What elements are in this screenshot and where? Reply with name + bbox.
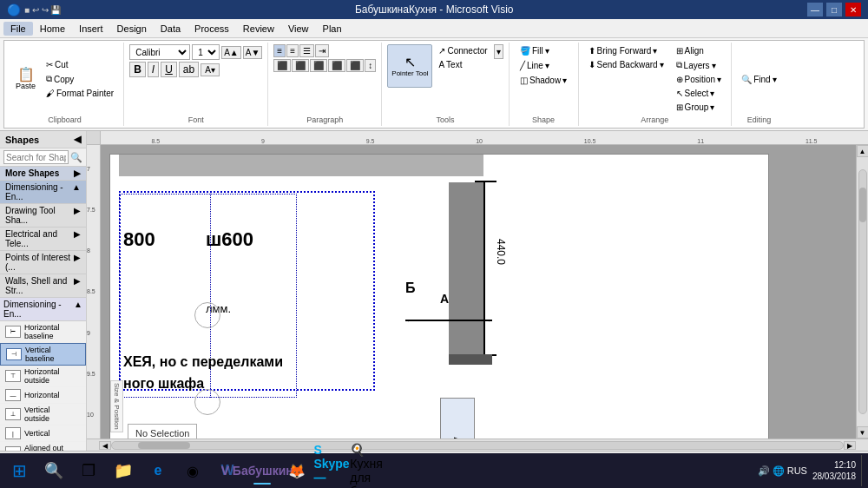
window-controls: — □ ✕ — [807, 3, 861, 16]
no-selection-box: No Selection — [128, 424, 197, 439]
align-dist-button[interactable]: ⬛ — [346, 59, 364, 72]
tools-dropdown-button[interactable]: ▾ — [494, 44, 503, 59]
shape-item-vertical-baseline[interactable]: ⊣ Verticalbaseline — [0, 343, 86, 366]
shapes-panel: Shapes ◀ 🔍 More Shapes ▶ Dimensioning - … — [0, 131, 87, 451]
vscroll-track — [858, 169, 867, 414]
indent-button[interactable]: ⇥ — [315, 44, 329, 57]
task-view-button[interactable]: ❐ — [73, 455, 104, 486]
shape-item-horizontal-outside[interactable]: ⊤ Horizontaloutside — [0, 366, 86, 387]
bold-button[interactable]: B — [129, 62, 146, 77]
menu-view[interactable]: View — [281, 22, 316, 36]
taskbar-explorer[interactable]: 📁 — [108, 455, 139, 486]
search-icon[interactable]: 🔍 — [70, 152, 82, 163]
menu-file[interactable]: File — [3, 22, 33, 36]
list-button[interactable]: ☰ — [299, 44, 314, 57]
pointer-tool-button[interactable]: ↖ Pointer Tool — [387, 44, 432, 88]
cut-button[interactable]: ✂ Cut — [42, 58, 118, 71]
taskbar-skype[interactable]: S Skype—ма... — [316, 455, 347, 486]
hscroll-right-button[interactable]: ▶ — [844, 441, 856, 450]
layers-button[interactable]: ⧉ Layers▾ — [672, 58, 727, 72]
shapes-collapse-icon[interactable]: ◀ — [74, 134, 81, 145]
menu-home[interactable]: Home — [33, 22, 72, 36]
menu-plan[interactable]: Plan — [316, 22, 349, 36]
select-button[interactable]: ↖ Select▾ — [672, 87, 727, 100]
taskbar-kitchen[interactable]: 🍳 Кухня для б... — [351, 455, 382, 486]
fill-button[interactable]: 🪣 Fill▾ — [516, 44, 571, 57]
hscroll-thumb[interactable] — [138, 442, 190, 449]
shapes-category-more[interactable]: More Shapes ▶ — [0, 167, 86, 181]
close-button[interactable]: ✕ — [845, 3, 861, 16]
shape-item-aligned-out-even[interactable]: ⋯ Aligned outeven — [0, 442, 86, 451]
align-left-button[interactable]: ⬛ — [273, 59, 291, 72]
taskbar-edge[interactable]: e — [142, 455, 174, 486]
shape-item-horizontal[interactable]: — Horizontal — [0, 387, 86, 404]
menu-process[interactable]: Process — [187, 22, 236, 36]
find-button[interactable]: 🔍 Find▾ — [737, 73, 780, 86]
align-justify-button[interactable]: ⬛ — [328, 59, 345, 72]
shape-item-vertical[interactable]: | Vertical — [0, 425, 86, 442]
taskbar-firefox[interactable]: 🦊 — [281, 455, 312, 486]
shape-item-vertical-outside[interactable]: ⊥ Verticaloutside — [0, 404, 86, 425]
line-spacing-button[interactable]: ↕ — [365, 59, 376, 72]
menu-design[interactable]: Design — [110, 22, 154, 36]
taskbar-datetime[interactable]: 12:10 28/03/2018 — [812, 459, 856, 482]
shapes-search-input[interactable] — [3, 150, 69, 164]
shapes-category-electrical[interactable]: Electrical and Tele... ▶ — [0, 228, 86, 251]
align-center-button[interactable]: ⬛ — [292, 59, 309, 72]
minimize-button[interactable]: — — [807, 3, 823, 16]
send-backward-button[interactable]: ⬇ Send Backward▾ — [584, 58, 668, 71]
line-button[interactable]: ╱ Line▾ — [516, 59, 571, 72]
arrange-col2: ⊞ Align ⧉ Layers▾ ⊕ Position▾ ↖ Select▾ — [672, 44, 727, 114]
shadow-icon: ◫ — [520, 76, 528, 85]
shapes-category-dimensioning[interactable]: Dimensioning - En... ▲ — [0, 181, 86, 204]
show-desktop-button[interactable] — [861, 455, 865, 486]
vscroll-thumb[interactable] — [859, 188, 866, 222]
vscroll-down-button[interactable]: ▼ — [857, 426, 869, 439]
menu-review[interactable]: Review — [236, 22, 281, 36]
align-button[interactable]: ⊞ Align — [672, 44, 727, 57]
group-button[interactable]: ⊞ Group▾ — [672, 101, 727, 114]
dim-vertical-line — [483, 181, 485, 354]
shape-item-horizontal-baseline[interactable]: ⊢ Horizontalbaseline — [0, 321, 86, 343]
bring-forward-button[interactable]: ⬆ Bring Forward▾ — [584, 44, 668, 57]
canvas[interactable]: 800 ш600 лмм. 440.0 — [101, 145, 856, 439]
font-grow-button[interactable]: A▲ — [221, 46, 241, 59]
start-button[interactable]: ⊞ — [3, 455, 35, 486]
shapes-category-walls[interactable]: Walls, Shell and Str... ▶ — [0, 274, 86, 298]
tools-buttons: ↖ Pointer Tool ↗ Connector A Text ▾ — [387, 44, 503, 114]
font-size-select[interactable]: 12pt — [192, 44, 220, 60]
vscroll-up-button[interactable]: ▲ — [857, 145, 869, 157]
font-shrink-button[interactable]: A▼ — [243, 46, 263, 59]
hscroll-left-button[interactable]: ◀ — [99, 441, 111, 450]
maximize-button[interactable]: □ — [826, 3, 842, 16]
strikethrough-button[interactable]: ab — [179, 62, 199, 77]
connector-button[interactable]: ↗ Connector — [434, 44, 491, 57]
italic-button[interactable]: I — [148, 62, 159, 77]
ribbon-content: 📋 Paste ✂ Cut ⧉ Copy 🖌 Format Painter — [3, 40, 865, 129]
position-button[interactable]: ⊕ Position▾ — [672, 73, 727, 86]
taskbar-chrome[interactable]: ◉ — [177, 455, 208, 486]
shadow-button[interactable]: ◫ Shadow▾ — [516, 74, 571, 87]
editing-controls: 🔍 Find▾ — [737, 44, 780, 114]
search-button[interactable]: 🔍 — [38, 455, 69, 486]
align-top-left-button[interactable]: ≡ — [273, 44, 286, 57]
font-color-button[interactable]: A▾ — [201, 63, 220, 76]
align-top-center-button[interactable]: ≡ — [286, 44, 299, 57]
font-name-select[interactable]: Calibri — [129, 44, 190, 60]
text-tool-button[interactable]: A Text — [434, 58, 491, 71]
underline-button[interactable]: U — [161, 62, 177, 77]
paste-button[interactable]: 📋 Paste — [11, 57, 40, 101]
taskbar-right: 🔊 🌐 RUS 12:10 28/03/2018 — [758, 455, 865, 486]
canvas-body: 7 7.5 8 8.5 9 9.5 10 800 — [87, 145, 868, 439]
cut-icon: ✂ — [46, 60, 53, 69]
shapes-category-points[interactable]: Points of Interest (... ▶ — [0, 251, 86, 274]
menu-insert[interactable]: Insert — [72, 22, 110, 36]
taskbar: ⊞ 🔍 ❐ 📁 e ◉ W V Бабушкин... 🦊 S Skype—ма… — [0, 453, 868, 488]
copy-button[interactable]: ⧉ Copy — [42, 72, 118, 86]
shapes-category-drawing[interactable]: Drawing Tool Sha... ▶ — [0, 204, 86, 228]
menu-data[interactable]: Data — [154, 22, 187, 36]
vertical-icon: | — [5, 427, 21, 439]
taskbar-visio[interactable]: V Бабушкин... — [247, 455, 278, 486]
align-right-button[interactable]: ⬛ — [310, 59, 327, 72]
format-painter-button[interactable]: 🖌 Format Painter — [42, 87, 118, 100]
